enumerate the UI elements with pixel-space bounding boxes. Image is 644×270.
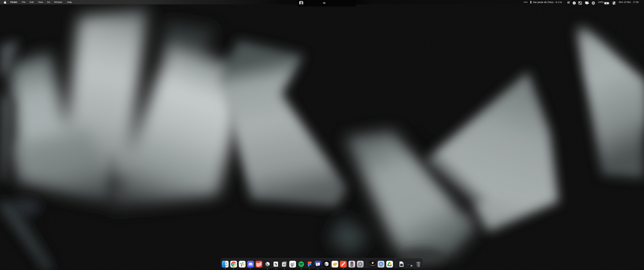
svg-text:raycast: raycast — [371, 265, 374, 266]
svg-text:g: g — [291, 262, 294, 267]
svg-text:N: N — [274, 262, 278, 266]
svg-text:10: 10 — [282, 263, 286, 266]
